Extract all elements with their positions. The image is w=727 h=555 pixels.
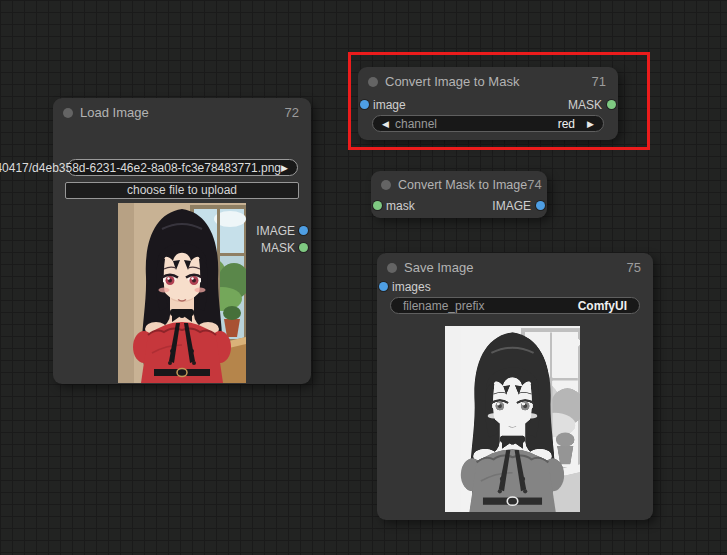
load-image-preview — [118, 203, 246, 383]
output-slot-mask[interactable] — [607, 100, 616, 109]
combo-next-icon[interactable]: ▶ — [587, 118, 594, 130]
node-title: Convert Mask to Image — [398, 178, 527, 192]
widget-value: ComfyUI — [578, 299, 627, 313]
node-load-image[interactable]: Load Image 72 IMAGE MASK ▶ rt.ai/2024041… — [53, 98, 311, 384]
node-id-badge: 71 — [592, 74, 606, 89]
choose-file-button[interactable]: choose file to upload — [65, 182, 299, 199]
node-title-bar[interactable]: Convert Mask to Image74 — [371, 176, 547, 194]
output-slot-image[interactable] — [299, 226, 308, 235]
filename-prefix-field[interactable]: filename_prefix ComfyUI — [390, 297, 640, 314]
node-id-badge: 72 — [285, 105, 299, 120]
collapse-dot-icon[interactable] — [63, 108, 73, 118]
widget-name: channel — [395, 117, 437, 131]
widget-value: red — [558, 117, 575, 131]
combo-next-icon[interactable]: ▶ — [281, 162, 288, 174]
node-title-bar[interactable]: Save Image 75 — [377, 259, 653, 277]
input-label-mask: mask — [386, 199, 415, 213]
node-save-image[interactable]: Save Image 75 images filename_prefix Com… — [377, 253, 653, 520]
input-slot-images[interactable] — [379, 282, 388, 291]
output-label-image: IMAGE — [256, 224, 295, 238]
node-id-badge: 75 — [627, 260, 641, 275]
output-label-mask: MASK — [568, 98, 602, 112]
save-image-preview — [445, 326, 580, 512]
node-convert-image-to-mask[interactable]: Convert Image to Mask 71 image MASK ◀ ch… — [358, 67, 618, 140]
collapse-dot-icon[interactable] — [381, 180, 391, 190]
widget-name: filename_prefix — [403, 299, 484, 313]
channel-combo[interactable]: ◀ channel red ▶ — [372, 115, 604, 132]
output-slot-image[interactable] — [536, 201, 545, 210]
node-title: Convert Image to Mask — [385, 74, 519, 89]
node-title-bar[interactable]: Load Image 72 — [53, 104, 311, 122]
input-slot-mask[interactable] — [373, 201, 382, 210]
node-title-bar[interactable]: Convert Image to Mask 71 — [358, 73, 618, 91]
input-label-image: image — [373, 98, 406, 112]
combo-prev-icon[interactable]: ◀ — [382, 118, 389, 130]
node-graph-canvas[interactable]: Load Image 72 IMAGE MASK ▶ rt.ai/2024041… — [0, 0, 727, 555]
node-convert-mask-to-image[interactable]: Convert Mask to Image74 mask IMAGE — [371, 171, 547, 218]
output-label-image: IMAGE — [492, 199, 531, 213]
node-id-badge: 74 — [527, 177, 541, 192]
input-label-images: images — [392, 280, 431, 294]
node-title: Save Image — [404, 260, 473, 275]
image-filename-value: rt.ai/20240417/d4eb358d-6231-46e2-8a08-f… — [0, 160, 281, 176]
output-slot-mask[interactable] — [299, 243, 308, 252]
output-label-mask: MASK — [261, 241, 295, 255]
collapse-dot-icon[interactable] — [387, 263, 397, 273]
node-title: Load Image — [80, 105, 149, 120]
input-slot-image[interactable] — [360, 100, 369, 109]
collapse-dot-icon[interactable] — [368, 77, 378, 87]
